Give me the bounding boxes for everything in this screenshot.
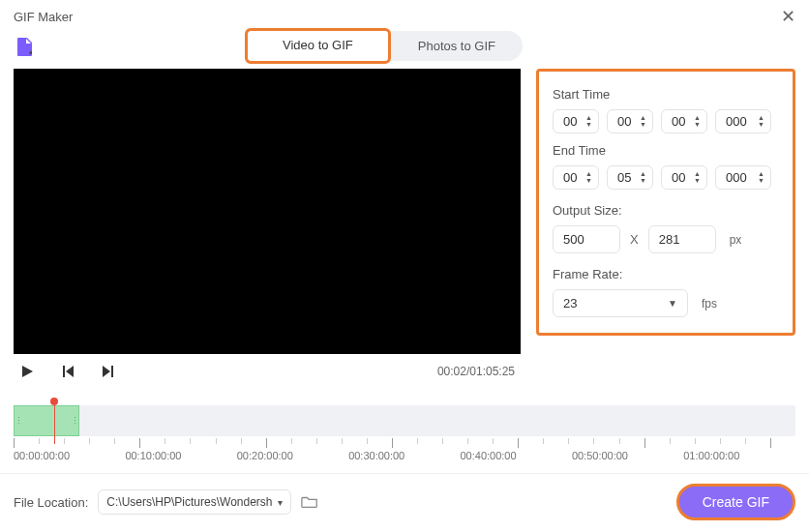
chevron-down-icon: ▼ bbox=[585, 122, 592, 128]
play-icon[interactable] bbox=[19, 364, 35, 379]
start-hours-stepper[interactable]: 00▲▼ bbox=[553, 109, 599, 133]
ruler-mark: 01:00:00:00 bbox=[683, 450, 794, 461]
ruler-mark: 00:50:00:00 bbox=[572, 450, 683, 461]
header-row: Video to GIF Photos to GIF bbox=[0, 29, 809, 69]
timeline-track[interactable]: ⋮ ⋮ bbox=[14, 405, 795, 436]
tab-photos-to-gif[interactable]: Photos to GIF bbox=[391, 31, 523, 61]
ruler-mark: 00:40:00:00 bbox=[461, 450, 572, 461]
create-gif-button[interactable]: Create GIF bbox=[676, 484, 795, 520]
px-unit: px bbox=[730, 233, 742, 247]
playback-time: 00:02/01:05:25 bbox=[437, 365, 515, 378]
start-ms-stepper[interactable]: 000▲▼ bbox=[715, 109, 771, 133]
video-preview[interactable] bbox=[14, 69, 521, 354]
frame-rate-label: Frame Rate: bbox=[553, 267, 779, 281]
ruler-mark: 00:30:00:00 bbox=[348, 450, 460, 461]
end-time-label: End Time bbox=[553, 143, 779, 158]
open-folder-icon[interactable] bbox=[301, 494, 318, 510]
ruler-mark: 00:00:00:00 bbox=[14, 450, 125, 461]
chevron-down-icon: ▼ bbox=[694, 122, 701, 128]
title-bar: GIF Maker ✕ bbox=[0, 0, 809, 29]
output-size-label: Output Size: bbox=[553, 203, 779, 218]
app-logo-icon bbox=[14, 35, 37, 58]
chevron-down-icon: ▼ bbox=[758, 122, 764, 128]
next-icon[interactable] bbox=[101, 364, 116, 379]
output-width-input[interactable]: 500 bbox=[553, 225, 620, 253]
chevron-down-icon: ▾ bbox=[278, 497, 283, 508]
output-height-input[interactable]: 281 bbox=[648, 225, 716, 253]
chevron-down-icon: ▼ bbox=[585, 178, 592, 184]
window-title: GIF Maker bbox=[14, 10, 73, 24]
timeline-ruler: 00:00:00:00 00:10:00:00 00:20:00:00 00:3… bbox=[14, 438, 795, 473]
settings-panel: Start Time 00▲▼ 00▲▼ 00▲▼ 000▲▼ End Time… bbox=[536, 69, 795, 336]
clip-left-handle[interactable]: ⋮ bbox=[15, 406, 22, 435]
chevron-down-icon: ▼ bbox=[640, 178, 646, 184]
chevron-down-icon: ▼ bbox=[758, 178, 764, 184]
frame-rate-select[interactable]: 23 ▼ bbox=[553, 289, 688, 317]
chevron-down-icon: ▼ bbox=[694, 178, 701, 184]
prev-icon[interactable] bbox=[60, 364, 75, 379]
end-ms-stepper[interactable]: 000▲▼ bbox=[715, 165, 771, 190]
start-minutes-stepper[interactable]: 00▲▼ bbox=[607, 109, 653, 133]
ruler-mark: 00:10:00:00 bbox=[125, 450, 236, 461]
size-separator: X bbox=[630, 232, 639, 247]
playback-controls: 00:02/01:05:25 bbox=[14, 354, 521, 389]
start-time-label: Start Time bbox=[553, 87, 779, 102]
end-minutes-stepper[interactable]: 05▲▼ bbox=[607, 165, 653, 190]
end-hours-stepper[interactable]: 00▲▼ bbox=[553, 165, 599, 190]
playhead-dot-icon bbox=[50, 398, 58, 405]
tab-video-to-gif[interactable]: Video to GIF bbox=[245, 28, 391, 64]
start-seconds-stepper[interactable]: 00▲▼ bbox=[661, 109, 707, 133]
file-location-select[interactable]: C:\Users\HP\Pictures\Wondersh ▾ bbox=[98, 489, 291, 515]
playhead[interactable] bbox=[50, 398, 58, 444]
file-location-label: File Location: bbox=[14, 495, 88, 510]
clip-right-handle[interactable]: ⋮ bbox=[71, 406, 78, 435]
selection-clip[interactable]: ⋮ ⋮ bbox=[14, 405, 79, 436]
chevron-down-icon: ▼ bbox=[640, 122, 646, 128]
close-icon[interactable]: ✕ bbox=[781, 8, 795, 25]
end-seconds-stepper[interactable]: 00▲▼ bbox=[661, 165, 707, 190]
fps-unit: fps bbox=[702, 297, 717, 310]
mode-tabs: Video to GIF Photos to GIF bbox=[248, 31, 523, 61]
ruler-mark: 00:20:00:00 bbox=[237, 450, 348, 461]
chevron-down-icon: ▼ bbox=[668, 298, 677, 309]
